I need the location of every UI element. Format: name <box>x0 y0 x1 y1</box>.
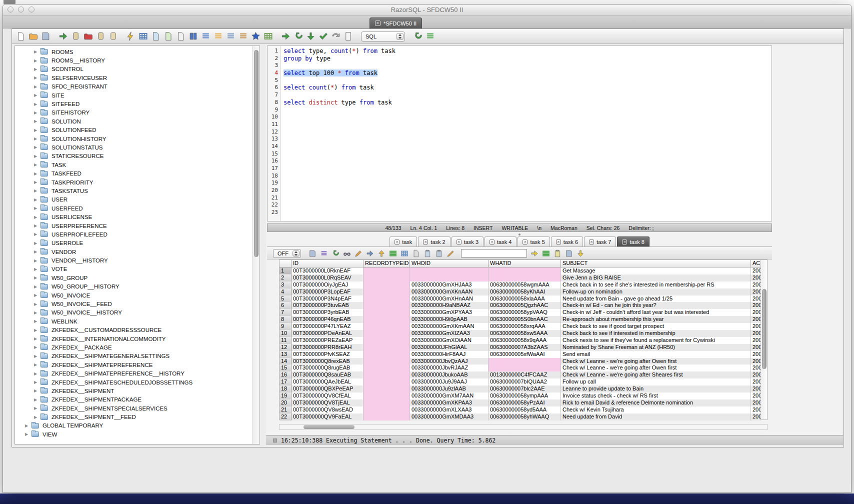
grid-cell[interactable] <box>488 358 561 365</box>
result-tab[interactable]: ×task 5 <box>518 236 550 246</box>
grid-cell[interactable]: Leanne to provide update to Bain <box>561 386 751 392</box>
disclosure-arrow-icon[interactable]: ▶ <box>34 380 40 384</box>
table-row[interactable]: 1800T3000000QBXPeEAP0033000000Ju9zlAAB00… <box>280 386 767 392</box>
grid-cell[interactable]: 0033000000GmXKPAA3 <box>410 400 488 406</box>
grid-cell[interactable] <box>364 323 410 330</box>
grid-cell[interactable]: Send email <box>561 351 751 358</box>
disclosure-arrow-icon[interactable]: ▶ <box>34 76 40 80</box>
copy-page-icon[interactable] <box>176 32 186 41</box>
splitter-handle[interactable] <box>518 234 520 236</box>
disclosure-arrow-icon[interactable]: ▶ <box>34 398 40 402</box>
row-number-cell[interactable]: 7 <box>280 309 292 316</box>
close-result-tab-icon[interactable]: × <box>456 240 462 244</box>
row-number-cell[interactable]: 21 <box>280 406 292 414</box>
format-sql-icon[interactable] <box>238 32 248 41</box>
disclosure-arrow-icon[interactable]: ▶ <box>34 215 40 220</box>
table-row[interactable]: 2100T3000000QV8wsEAD0033000000GmXLXAA300… <box>280 406 767 414</box>
disclosure-arrow-icon[interactable]: ▶ <box>34 362 40 367</box>
grid-cell[interactable] <box>364 386 410 392</box>
tree-item[interactable]: ▶USERPREFERENCE <box>15 222 252 230</box>
tree-item[interactable]: ▶WEBLINK <box>15 317 252 326</box>
grid-cell[interactable]: 00630000007A3bZAAS <box>488 344 561 351</box>
disclosure-arrow-icon[interactable]: ▶ <box>34 67 40 72</box>
result-tab[interactable]: ×task 7 <box>584 236 616 246</box>
grid-cell[interactable]: 200 <box>751 302 761 309</box>
tree-item[interactable]: ▶ZKFEDEX__PACKAGE <box>15 343 252 352</box>
grid-cell[interactable]: 00T3000000Q8rugEAB <box>292 364 364 372</box>
rollback-icon[interactable] <box>331 32 340 41</box>
stepper-icon[interactable] <box>292 250 300 256</box>
grid-cell[interactable]: 0033000000GmXOiAAN <box>410 337 488 344</box>
grid-cell[interactable]: 00T3000000P3LopEAF <box>292 288 364 296</box>
import-data-icon[interactable] <box>164 32 173 41</box>
close-result-tab-icon[interactable]: × <box>423 240 428 244</box>
disclosure-arrow-icon[interactable]: ▶ <box>34 328 40 332</box>
grid-cell[interactable]: 0033000000GmXPYAA3 <box>410 309 488 316</box>
grid-cell[interactable]: 00T3000000QV8TjEAL <box>292 400 364 406</box>
grid-cell[interactable]: 00630000005QgzhAAC <box>488 302 561 309</box>
grid-cell[interactable]: 0033000000JFhGlAAL <box>410 344 488 351</box>
connect-icon[interactable] <box>58 32 68 41</box>
column-list-icon[interactable] <box>201 32 210 41</box>
grid-cell[interactable]: 200 <box>751 323 761 330</box>
grid-column-header[interactable]: RECORDTYPEID <box>364 260 410 268</box>
grid-cell[interactable]: 200 <box>751 386 761 392</box>
tree-item[interactable]: ▶ZKFEDEX__SHIPMATEGENERALSETTINGS <box>15 352 252 360</box>
disclosure-arrow-icon[interactable]: ▶ <box>34 50 40 54</box>
table-row[interactable]: 300T3000000OiyJgEAJ0033000000GmXHJAA3006… <box>280 282 767 288</box>
grid-cell[interactable]: 00T3000000PREZaEAP <box>292 337 364 344</box>
grid-cell[interactable] <box>364 378 410 386</box>
tree-item[interactable]: ▶SOLUTIONHISTORY <box>15 134 252 143</box>
filter-mode-select[interactable]: OFF <box>273 249 301 258</box>
row-number-cell[interactable]: 12 <box>280 344 292 351</box>
row-number-cell[interactable]: 1 <box>280 268 292 274</box>
table-row[interactable]: 600T3000000P3tuvEAB0033000000H9aNBAAZ006… <box>280 302 767 309</box>
tree-item[interactable]: ▶USERROLE <box>15 239 252 248</box>
tree-scrollbar-thumb[interactable] <box>254 50 258 257</box>
tree-item[interactable]: ▶W50_GROUP__HISTORY <box>15 282 252 291</box>
grid-cell[interactable]: Invoice status check - check w/ RS first <box>561 392 751 400</box>
grid-cell[interactable]: Check-in w/ Jeff - couldn't afford last … <box>561 309 751 316</box>
download-results-icon[interactable] <box>576 250 584 258</box>
tree-item[interactable]: ▶STATICRESOURCE <box>15 152 252 160</box>
disclosure-arrow-icon[interactable]: ▶ <box>34 319 40 324</box>
tree-item[interactable]: ▶ROOMS__HISTORY <box>15 56 252 64</box>
grid-cell[interactable]: 0033000000GmXMDAA3 <box>410 414 488 420</box>
row-number-cell[interactable]: 11 <box>280 337 292 344</box>
grid-cell[interactable]: 0033000000GmXHnAAN <box>410 296 488 302</box>
grid-cell[interactable]: 006300000058yKhAAI <box>488 288 561 296</box>
grid-cell[interactable] <box>364 268 410 274</box>
disclosure-arrow-icon[interactable]: ▶ <box>34 241 40 246</box>
row-number-cell[interactable]: 15 <box>280 364 292 372</box>
edit-connection-icon[interactable] <box>96 32 106 41</box>
grid-hscrollbar[interactable] <box>279 424 768 430</box>
sort-forward-icon[interactable] <box>214 32 223 41</box>
grid-cell[interactable] <box>364 344 410 351</box>
tree-item[interactable]: ▶USERFEED <box>15 204 252 212</box>
row-number-cell[interactable]: 20 <box>280 400 292 406</box>
grid-column-header[interactable]: SUBJECT <box>561 260 751 268</box>
grid-cell[interactable]: 0013000000C4fFCAAZ <box>488 372 561 378</box>
grid-cell[interactable]: 00T3000000P47LYEAZ <box>292 323 364 330</box>
grid-cell[interactable]: 006300000058xw5AAA <box>488 330 561 337</box>
grid-cell[interactable]: Check back to see if good target prospec… <box>561 323 751 330</box>
close-result-tab-icon[interactable]: × <box>589 240 594 244</box>
disclosure-arrow-icon[interactable]: ▶ <box>34 154 40 158</box>
grid-vscrollbar[interactable] <box>760 260 767 420</box>
table-row[interactable]: 1400T3000000Q8rexEAB0033000000JbvQzAAJCh… <box>280 358 767 365</box>
disclosure-arrow-icon[interactable]: ▶ <box>34 84 40 89</box>
grid-cell[interactable]: Need update from David <box>561 414 751 420</box>
grid-cell[interactable] <box>364 337 410 344</box>
grid-cell[interactable]: Rick to email David & reference Delmonte… <box>561 400 751 406</box>
help-book-icon[interactable] <box>188 32 198 41</box>
row-number-cell[interactable]: 2 <box>280 274 292 282</box>
grid-cell[interactable]: 00T3000000QAeJbEAL <box>292 378 364 386</box>
execute-go-icon[interactable] <box>281 32 290 41</box>
table-row[interactable]: 400T3000000P3LopEAF0033000000GmXKnAAN006… <box>280 288 767 296</box>
disclosure-arrow-icon[interactable]: ▶ <box>34 354 40 358</box>
save-results-2-icon[interactable] <box>565 250 573 258</box>
grid-cell[interactable] <box>364 358 410 365</box>
titlebar[interactable]: RazorSQL - SFDCW50 II <box>3 4 851 16</box>
grid-cell[interactable]: 200 <box>751 378 761 386</box>
grid-cell[interactable]: 0033000000H9i0pAAB <box>410 316 488 323</box>
